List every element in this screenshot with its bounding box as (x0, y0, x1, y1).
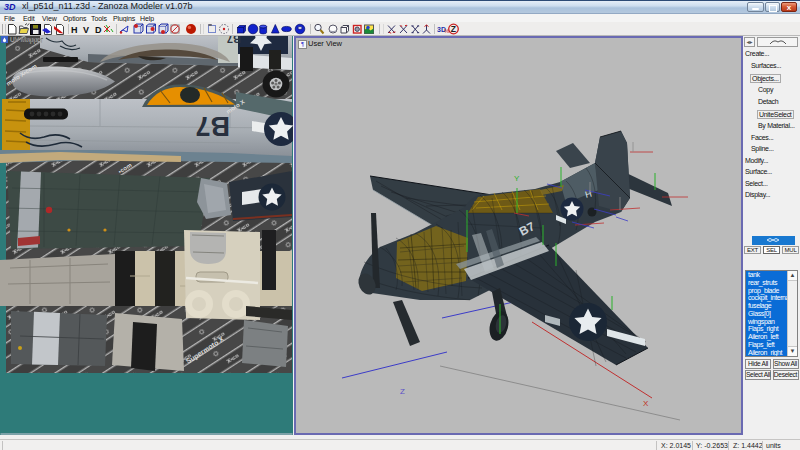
svg-text:B7: B7 (227, 36, 241, 45)
svg-text:Z: Z (451, 24, 456, 34)
svg-text:X: X (643, 399, 649, 408)
svg-text:Y: Y (514, 174, 520, 183)
svg-text:H: H (71, 25, 78, 35)
svg-text:B7: B7 (195, 111, 230, 141)
svg-text:V: V (83, 25, 89, 35)
svg-text:UV Mapper: UV Mapper (10, 36, 44, 44)
svg-text:D: D (95, 25, 102, 35)
svg-text:Z: Z (400, 387, 405, 396)
